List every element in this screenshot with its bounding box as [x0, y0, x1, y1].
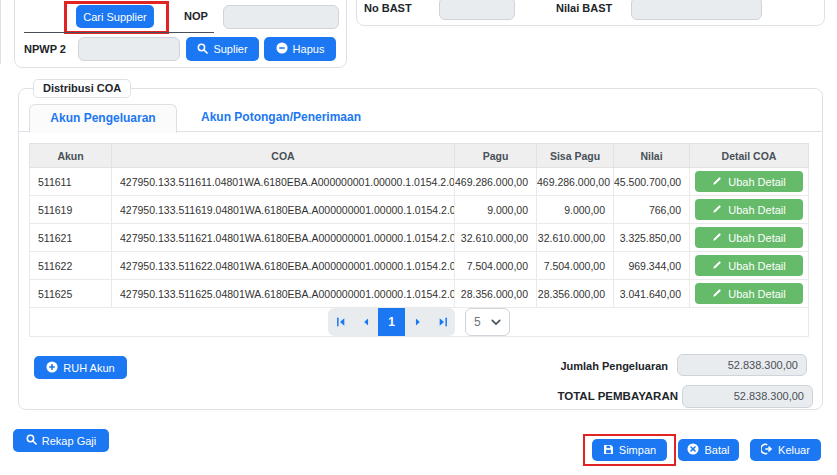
hapus-label: Hapus [293, 43, 325, 55]
rekap-gaji-label: Rekap Gaji [42, 435, 96, 447]
suplier-button[interactable]: Suplier [186, 37, 259, 61]
ubah-detail-label: Ubah Detail [728, 260, 785, 272]
pencil-icon [712, 232, 722, 244]
simpan-label: Simpan [619, 444, 656, 456]
first-page-icon [336, 315, 346, 330]
ubah-detail-label: Ubah Detail [728, 232, 785, 244]
rekap-gaji-button[interactable]: Rekap Gaji [13, 429, 109, 452]
ubah-detail-button[interactable]: Ubah Detail [695, 227, 803, 248]
nilai-bast-label: Nilai BAST [556, 2, 612, 14]
jumlah-pengeluaran-input[interactable]: 52.838.300,00 [677, 354, 807, 376]
nop-input[interactable] [223, 5, 339, 29]
total-pembayaran-input[interactable]: 52.838.300,00 [682, 385, 813, 408]
ubah-detail-button[interactable]: Ubah Detail [695, 171, 803, 192]
ruh-akun-button[interactable]: RUH Akun [34, 356, 127, 379]
sisa-pagu-cell: 28.356.000,00 [537, 280, 614, 308]
search-icon [26, 434, 37, 447]
sisa-pagu-cell: 9.000,00 [537, 196, 614, 224]
table-row: 511611 427950.133.511611.04801WA.6180EBA… [30, 168, 809, 196]
akun-cell: 511621 [30, 224, 112, 252]
batal-button[interactable]: Batal [678, 439, 739, 461]
supplier-divider [24, 32, 214, 33]
ruh-akun-label: RUH Akun [63, 362, 114, 374]
table-row: 511622 427950.133.511622.04801WA.6180EBA… [30, 252, 809, 280]
npwp2-input[interactable] [78, 37, 180, 61]
page-size-value: 5 [474, 315, 481, 329]
pencil-icon [712, 176, 722, 188]
ubah-detail-button[interactable]: Ubah Detail [695, 199, 803, 220]
paginator-row: 1 5 [30, 308, 809, 337]
ubah-detail-button[interactable]: Ubah Detail [695, 255, 803, 276]
keluar-button[interactable]: Keluar [750, 439, 821, 461]
first-page-button[interactable] [328, 308, 353, 336]
jumlah-pengeluaran-label: Jumlah Pengeluaran [369, 360, 668, 372]
total-pembayaran-label: TOTAL PEMBAYARAN [369, 390, 678, 402]
coa-cell: 427950.133.511619.04801WA.6180EBA.A00000… [112, 196, 455, 224]
save-icon [603, 444, 614, 457]
sisa-pagu-cell: 32.610.000,00 [537, 224, 614, 252]
nilai-cell: 766,00 [614, 196, 690, 224]
batal-label: Batal [704, 444, 729, 456]
distribusi-coa-section: Distribusi COA Akun Pengeluaran Akun Pot… [18, 88, 823, 410]
minus-circle-icon [276, 42, 288, 56]
page-size-select[interactable]: 5 [465, 308, 510, 336]
cari-supplier-label: Cari Supplier [83, 11, 147, 23]
ubah-detail-label: Ubah Detail [728, 288, 785, 300]
nop-label: NOP [184, 10, 208, 22]
nilai-cell: 3.325.850,00 [614, 224, 690, 252]
last-page-icon [438, 315, 448, 330]
page-number-button[interactable]: 1 [378, 308, 405, 336]
search-icon [197, 43, 208, 56]
col-header-nilai: Nilai [614, 144, 690, 168]
paginator: 1 [328, 308, 455, 336]
nilai-cell: 45.500.700,00 [614, 168, 690, 196]
akun-cell: 511622 [30, 252, 112, 280]
payment-form-screen: Cari Supplier NOP NPWP 2 Suplier Hapus N… [0, 0, 837, 475]
coa-cell: 427950.133.511611.04801WA.6180EBA.A00000… [112, 168, 455, 196]
akun-cell: 511625 [30, 280, 112, 308]
npwp2-label: NPWP 2 [24, 43, 66, 55]
col-header-detail-coa: Detail COA [690, 144, 809, 168]
pagu-cell: 9.000,00 [455, 196, 537, 224]
distribusi-coa-legend: Distribusi COA [33, 79, 131, 98]
col-header-coa: COA [112, 144, 455, 168]
supplier-panel: Cari Supplier NOP NPWP 2 Suplier Hapus [14, 0, 347, 68]
cari-supplier-button[interactable]: Cari Supplier [76, 5, 154, 28]
times-circle-icon [687, 443, 699, 457]
nilai-cell: 3.041.640,00 [614, 280, 690, 308]
akun-cell: 511611 [30, 168, 112, 196]
next-page-button[interactable] [405, 308, 430, 336]
pagu-cell: 32.610.000,00 [455, 224, 537, 252]
prev-page-button[interactable] [353, 308, 378, 336]
pencil-icon [712, 288, 722, 300]
keluar-label: Keluar [778, 444, 810, 456]
pagu-cell: 469.286.000,00 [455, 168, 537, 196]
last-page-button[interactable] [430, 308, 455, 336]
akun-cell: 511619 [30, 196, 112, 224]
pagu-cell: 7.504.000,00 [455, 252, 537, 280]
hapus-button[interactable]: Hapus [264, 37, 336, 61]
col-header-sisa-pagu: Sisa Pagu [537, 144, 614, 168]
sisa-pagu-cell: 469.286.000,00 [537, 168, 614, 196]
prev-page-icon [361, 315, 371, 330]
nilai-cell: 969.344,00 [614, 252, 690, 280]
bast-panel: No BAST Nilai BAST [356, 0, 825, 26]
nilai-bast-input[interactable] [631, 0, 762, 20]
no-bast-input[interactable] [439, 0, 515, 20]
coa-table: Akun COA Pagu Sisa Pagu Nilai Detail COA… [29, 143, 809, 337]
table-row: 511619 427950.133.511619.04801WA.6180EBA… [30, 196, 809, 224]
tab-akun-pengeluaran[interactable]: Akun Pengeluaran [29, 104, 177, 133]
sisa-pagu-cell: 7.504.000,00 [537, 252, 614, 280]
coa-table-body: 511611 427950.133.511611.04801WA.6180EBA… [30, 168, 809, 308]
simpan-button[interactable]: Simpan [592, 439, 667, 461]
next-page-icon [413, 315, 423, 330]
left-edge-divider [0, 0, 1, 64]
table-row: 511625 427950.133.511625.04801WA.6180EBA… [30, 280, 809, 308]
coa-cell: 427950.133.511622.04801WA.6180EBA.A00000… [112, 252, 455, 280]
pencil-icon [712, 260, 722, 272]
pencil-icon [712, 204, 722, 216]
sign-out-icon [761, 443, 773, 457]
pagu-cell: 28.356.000,00 [455, 280, 537, 308]
tab-akun-potongan-penerimaan[interactable]: Akun Potongan/Penerimaan [179, 104, 383, 132]
ubah-detail-button[interactable]: Ubah Detail [695, 283, 803, 304]
